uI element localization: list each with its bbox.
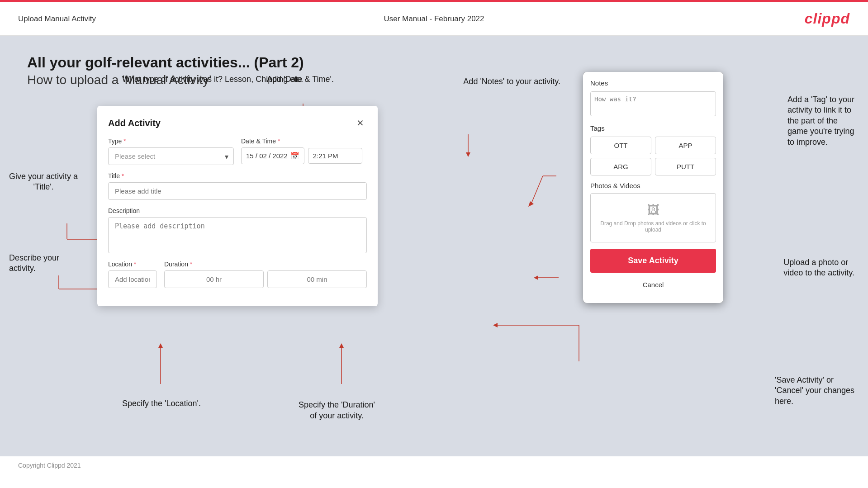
main-content: All your golf-relevant activities... (Pa… bbox=[0, 36, 868, 456]
top-bar: Upload Manual Activity User Manual - Feb… bbox=[0, 2, 868, 36]
svg-marker-13 bbox=[158, 343, 163, 348]
svg-marker-20 bbox=[528, 201, 534, 207]
description-textarea[interactable] bbox=[108, 217, 367, 253]
description-group: Description bbox=[108, 207, 367, 253]
duration-group: Duration * bbox=[164, 261, 367, 288]
svg-marker-17 bbox=[466, 152, 470, 157]
annotation-duration: Specify the 'Duration' of your activity. bbox=[299, 400, 375, 421]
type-select[interactable]: Please select bbox=[108, 147, 234, 165]
title-input[interactable] bbox=[108, 182, 367, 200]
copyright: Copyright Clippd 2021 bbox=[18, 462, 81, 469]
date-input[interactable]: 15 / 02 / 2022 📅 bbox=[241, 147, 304, 164]
modal-close-button[interactable]: ✕ bbox=[354, 117, 367, 129]
annotation-save: 'Save Activity' or 'Cancel' your changes… bbox=[775, 375, 854, 407]
tags-grid: OTT APP ARG PUTT bbox=[590, 137, 716, 175]
form-row-location-duration: Location * Duration * bbox=[108, 261, 367, 288]
type-select-wrapper: Please select ▾ bbox=[108, 147, 234, 165]
annotation-upload: Upload a photo or video to the activity. bbox=[783, 257, 854, 279]
date-time-group: Date & Time * 15 / 02 / 2022 📅 2:21 PM bbox=[241, 137, 367, 165]
notes-label: Notes bbox=[590, 79, 716, 87]
annotation-give-title: Give your activity a 'Title'. bbox=[9, 171, 78, 193]
add-activity-modal: Add Activity ✕ Type * Please select ▾ Da… bbox=[97, 106, 378, 306]
tag-ott[interactable]: OTT bbox=[590, 137, 651, 154]
location-label: Location * bbox=[108, 261, 157, 268]
location-input[interactable] bbox=[108, 270, 157, 288]
annotation-location: Specify the 'Location'. bbox=[122, 398, 201, 409]
annotation-notes: Add 'Notes' to your activity. bbox=[463, 76, 560, 87]
duration-fields bbox=[164, 270, 367, 288]
page-label: Upload Manual Activity bbox=[18, 14, 96, 24]
form-row-type-date: Type * Please select ▾ Date & Time * 15 … bbox=[108, 137, 367, 165]
annotation-date-time: Add 'Date & Time'. bbox=[267, 74, 334, 85]
svg-marker-15 bbox=[339, 343, 344, 348]
tag-arg[interactable]: ARG bbox=[590, 158, 651, 175]
svg-line-19 bbox=[531, 176, 543, 203]
cancel-link[interactable]: Cancel bbox=[590, 277, 716, 292]
phone-panel: Notes Tags OTT APP ARG PUTT Photos & Vid… bbox=[583, 72, 723, 303]
photos-drop-zone[interactable]: 🖼 Drag and Drop photos and videos or cli… bbox=[590, 193, 716, 242]
page-title: All your golf-relevant activities... (Pa… bbox=[27, 54, 841, 71]
notes-textarea[interactable] bbox=[590, 91, 716, 116]
clippd-logo: clippd bbox=[805, 10, 850, 27]
time-input[interactable]: 2:21 PM bbox=[308, 148, 362, 164]
duration-label: Duration * bbox=[164, 261, 367, 268]
tags-label: Tags bbox=[590, 124, 716, 132]
date-value: 15 / 02 / 2022 bbox=[246, 152, 288, 160]
type-label: Type * bbox=[108, 137, 234, 145]
calendar-icon: 📅 bbox=[290, 152, 299, 160]
photo-drop-text: Drag and Drop photos and videos or click… bbox=[595, 220, 711, 233]
type-group: Type * Please select ▾ bbox=[108, 137, 234, 165]
annotation-describe: Describe your activity. bbox=[9, 253, 59, 274]
footer: Copyright Clippd 2021 bbox=[0, 456, 868, 474]
description-label: Description bbox=[108, 207, 367, 214]
photos-label: Photos & Videos bbox=[590, 182, 716, 190]
date-time-fields: 15 / 02 / 2022 📅 2:21 PM bbox=[241, 147, 367, 164]
tag-app[interactable]: APP bbox=[655, 137, 716, 154]
phone-inner: Notes Tags OTT APP ARG PUTT Photos & Vid… bbox=[583, 72, 723, 303]
location-group: Location * bbox=[108, 261, 157, 288]
svg-marker-22 bbox=[534, 275, 538, 280]
tag-putt[interactable]: PUTT bbox=[655, 158, 716, 175]
modal-header: Add Activity ✕ bbox=[108, 117, 367, 129]
annotation-tag: Add a 'Tag' to your activity to link it … bbox=[787, 95, 854, 147]
modal-title: Add Activity bbox=[108, 118, 161, 128]
duration-hr-input[interactable] bbox=[164, 270, 264, 288]
photo-icon: 🖼 bbox=[647, 203, 659, 218]
manual-label: User Manual - February 2022 bbox=[384, 14, 484, 24]
save-activity-button[interactable]: Save Activity bbox=[590, 249, 716, 273]
date-time-label: Date & Time * bbox=[241, 137, 367, 145]
title-label: Title * bbox=[108, 172, 367, 180]
duration-min-input[interactable] bbox=[267, 270, 367, 288]
svg-marker-25 bbox=[493, 323, 498, 327]
title-group: Title * bbox=[108, 172, 367, 200]
